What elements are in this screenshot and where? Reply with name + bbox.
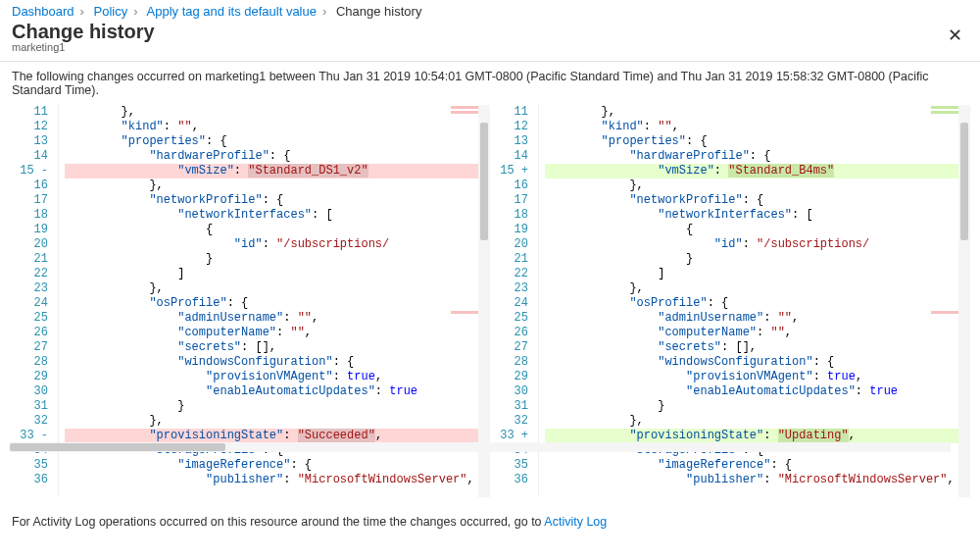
line-number: 29 <box>490 370 528 384</box>
code-line: "computerName": "", <box>545 326 970 340</box>
code-line: }, <box>545 105 970 120</box>
code-line: "networkProfile": { <box>545 193 970 208</box>
line-number: 15 <box>490 164 528 178</box>
code-line: "computerName": "", <box>65 326 490 340</box>
code-line: "hardwareProfile": { <box>65 149 490 164</box>
code-line: ] <box>65 267 490 281</box>
line-number: 18 <box>10 208 48 223</box>
line-number: 24 <box>490 296 528 311</box>
breadcrumb: Dashboard› Policy› Apply tag and its def… <box>0 0 980 21</box>
code-line: "hardwareProfile": { <box>545 149 970 164</box>
code-line: "imageReference": { <box>65 458 490 473</box>
code-line: "networkInterfaces": [ <box>545 208 970 223</box>
code-line: "enableAutomaticUpdates": true <box>545 384 970 399</box>
line-number: 15 <box>10 164 48 178</box>
code-line: "adminUsername": "", <box>545 311 970 326</box>
breadcrumb-link[interactable]: Policy <box>94 4 128 19</box>
line-number: 13 <box>490 134 528 149</box>
line-number: 11 <box>490 105 528 120</box>
line-number: 33 <box>490 429 528 443</box>
line-number: 23 <box>10 281 48 296</box>
line-number: 25 <box>10 311 48 326</box>
chevron-right-icon: › <box>74 4 90 19</box>
page-title: Change history <box>12 21 942 43</box>
horizontal-scrollbar[interactable] <box>10 442 951 452</box>
line-number: 36 <box>490 473 528 487</box>
chevron-right-icon: › <box>317 4 332 19</box>
code-line: "windowsConfiguration": { <box>65 355 490 370</box>
change-description: The following changes occurred on market… <box>0 66 980 105</box>
code-line: }, <box>65 414 490 429</box>
close-icon[interactable]: ✕ <box>942 21 968 50</box>
diff-pane-right[interactable]: 1112131415161718192021222324252627282930… <box>490 105 970 497</box>
line-number: 16 <box>10 178 48 193</box>
code-line: "provisioningState": "Updating", <box>545 429 970 443</box>
code-line: "imageReference": { <box>545 458 970 473</box>
code-line: "kind": "", <box>545 120 970 134</box>
diff-pane-left[interactable]: 1112131415161718192021222324252627282930… <box>10 105 490 497</box>
line-number: 33 <box>10 429 48 443</box>
code-line: } <box>545 399 970 414</box>
line-number: 17 <box>10 193 48 208</box>
minimap-left[interactable] <box>451 105 478 497</box>
code-line: }, <box>65 105 490 120</box>
code-line: "networkInterfaces": [ <box>65 208 490 223</box>
line-number: 32 <box>10 414 48 429</box>
diff-viewer: 1112131415161718192021222324252627282930… <box>0 105 980 497</box>
line-number: 35 <box>10 458 48 473</box>
code-line: "osProfile": { <box>545 296 970 311</box>
line-number: 31 <box>490 399 528 414</box>
activity-log-link[interactable]: Activity Log <box>544 515 607 529</box>
code-line: "provisionVMAgent": true, <box>65 370 490 384</box>
code-line: "osProfile": { <box>65 296 490 311</box>
line-number: 26 <box>10 326 48 340</box>
code-line: { <box>65 223 490 237</box>
line-number: 26 <box>490 326 528 340</box>
code-line: "publisher": "MicrosoftWindowsServer", <box>65 473 490 487</box>
line-number: 29 <box>10 370 48 384</box>
code-line: }, <box>545 414 970 429</box>
footer-note: For Activity Log operations occurred on … <box>0 497 980 535</box>
line-number: 28 <box>10 355 48 370</box>
line-number: 18 <box>490 208 528 223</box>
code-line: "networkProfile": { <box>65 193 490 208</box>
line-number: 21 <box>10 252 48 267</box>
line-number: 16 <box>490 178 528 193</box>
code-line: } <box>65 252 490 267</box>
divider <box>0 61 980 62</box>
breadcrumb-link[interactable]: Dashboard <box>12 4 74 19</box>
line-number: 32 <box>490 414 528 429</box>
line-number: 19 <box>10 223 48 237</box>
code-line: }, <box>65 178 490 193</box>
breadcrumb-link[interactable]: Apply tag and its default value <box>147 4 317 19</box>
code-line: } <box>65 399 490 414</box>
line-number: 22 <box>490 267 528 281</box>
line-number: 30 <box>10 384 48 399</box>
code-line: "windowsConfiguration": { <box>545 355 970 370</box>
code-line: "secrets": [], <box>65 340 490 355</box>
line-number: 23 <box>490 281 528 296</box>
code-line: "secrets": [], <box>545 340 970 355</box>
code-line: "vmSize": "Standard_DS1_v2" <box>65 164 490 178</box>
line-number: 13 <box>10 134 48 149</box>
scrollbar-right[interactable] <box>958 105 970 497</box>
code-line: "vmSize": "Standard_B4ms" <box>545 164 970 178</box>
line-number: 14 <box>490 149 528 164</box>
line-number: 11 <box>10 105 48 120</box>
line-number: 30 <box>490 384 528 399</box>
line-number: 27 <box>10 340 48 355</box>
line-number: 35 <box>490 458 528 473</box>
code-line: }, <box>65 281 490 296</box>
line-number: 22 <box>10 267 48 281</box>
line-number: 20 <box>10 237 48 252</box>
line-number: 17 <box>490 193 528 208</box>
code-line: "properties": { <box>545 134 970 149</box>
code-line: "kind": "", <box>65 120 490 134</box>
scrollbar-left[interactable] <box>478 105 490 497</box>
code-line: "adminUsername": "", <box>65 311 490 326</box>
line-number: 36 <box>10 473 48 487</box>
line-number: 14 <box>10 149 48 164</box>
line-number: 21 <box>490 252 528 267</box>
code-line: "id": "/subscriptions/ <box>65 237 490 252</box>
minimap-right[interactable] <box>931 105 958 497</box>
